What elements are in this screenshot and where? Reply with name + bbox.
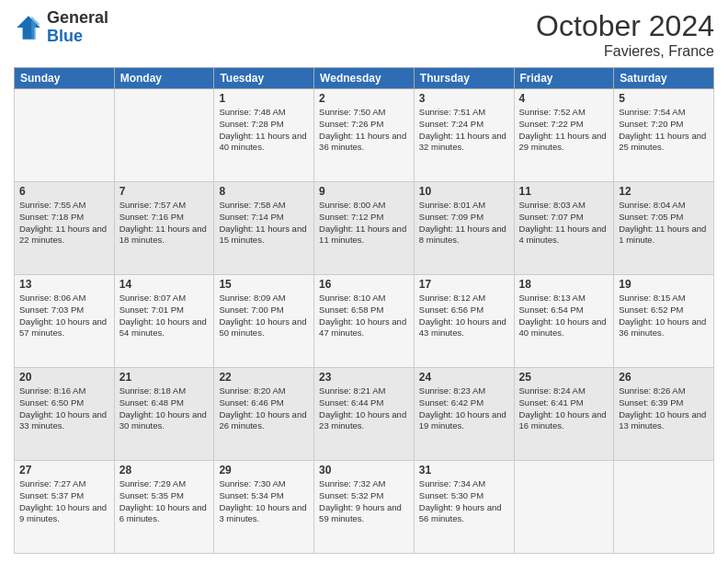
calendar-cell xyxy=(514,461,614,554)
calendar-cell: 4Sunrise: 7:52 AM Sunset: 7:22 PM Daylig… xyxy=(514,89,614,182)
week-row: 6Sunrise: 7:55 AM Sunset: 7:18 PM Daylig… xyxy=(15,182,714,275)
day-number: 19 xyxy=(619,278,709,291)
calendar-cell xyxy=(15,89,115,182)
day-info: Sunrise: 8:21 AM Sunset: 6:44 PM Dayligh… xyxy=(319,385,409,432)
logo: General Blue xyxy=(14,9,108,46)
calendar-cell: 30Sunrise: 7:32 AM Sunset: 5:32 PM Dayli… xyxy=(314,461,415,554)
calendar-cell: 9Sunrise: 8:00 AM Sunset: 7:12 PM Daylig… xyxy=(314,182,415,275)
week-row: 20Sunrise: 8:16 AM Sunset: 6:50 PM Dayli… xyxy=(15,368,714,461)
day-info: Sunrise: 7:50 AM Sunset: 7:26 PM Dayligh… xyxy=(319,107,409,154)
logo-text: General Blue xyxy=(47,9,108,46)
day-number: 10 xyxy=(419,185,509,198)
day-info: Sunrise: 7:52 AM Sunset: 7:22 PM Dayligh… xyxy=(519,107,609,154)
day-info: Sunrise: 7:51 AM Sunset: 7:24 PM Dayligh… xyxy=(419,107,509,154)
calendar-cell: 23Sunrise: 8:21 AM Sunset: 6:44 PM Dayli… xyxy=(314,368,415,461)
week-row: 27Sunrise: 7:27 AM Sunset: 5:37 PM Dayli… xyxy=(15,461,714,554)
calendar-cell: 11Sunrise: 8:03 AM Sunset: 7:07 PM Dayli… xyxy=(514,182,614,275)
day-info: Sunrise: 8:13 AM Sunset: 6:54 PM Dayligh… xyxy=(519,293,609,339)
day-number: 7 xyxy=(119,185,210,198)
calendar-cell: 24Sunrise: 8:23 AM Sunset: 6:42 PM Dayli… xyxy=(414,368,514,461)
day-number: 24 xyxy=(419,371,509,384)
week-row: 13Sunrise: 8:06 AM Sunset: 7:03 PM Dayli… xyxy=(15,275,714,368)
month-title: October 2024 xyxy=(536,9,714,43)
day-number: 15 xyxy=(219,278,309,291)
location-title: Favieres, France xyxy=(536,43,714,60)
calendar-cell: 28Sunrise: 7:29 AM Sunset: 5:35 PM Dayli… xyxy=(114,461,214,554)
day-info: Sunrise: 8:18 AM Sunset: 6:48 PM Dayligh… xyxy=(119,385,210,432)
calendar-cell: 19Sunrise: 8:15 AM Sunset: 6:52 PM Dayli… xyxy=(614,275,714,368)
day-number: 1 xyxy=(219,92,309,105)
day-info: Sunrise: 7:27 AM Sunset: 5:37 PM Dayligh… xyxy=(19,478,109,525)
day-info: Sunrise: 7:30 AM Sunset: 5:34 PM Dayligh… xyxy=(219,478,309,525)
col-friday: Friday xyxy=(514,68,614,89)
calendar-cell: 8Sunrise: 7:58 AM Sunset: 7:14 PM Daylig… xyxy=(214,182,314,275)
day-info: Sunrise: 8:04 AM Sunset: 7:05 PM Dayligh… xyxy=(619,200,709,247)
calendar-cell: 17Sunrise: 8:12 AM Sunset: 6:56 PM Dayli… xyxy=(414,275,514,368)
week-row: 1Sunrise: 7:48 AM Sunset: 7:28 PM Daylig… xyxy=(15,89,714,182)
calendar-cell: 3Sunrise: 7:51 AM Sunset: 7:24 PM Daylig… xyxy=(414,89,514,182)
header: General Blue October 2024 Favieres, Fran… xyxy=(14,9,714,60)
calendar-cell: 20Sunrise: 8:16 AM Sunset: 6:50 PM Dayli… xyxy=(15,368,115,461)
day-info: Sunrise: 8:01 AM Sunset: 7:09 PM Dayligh… xyxy=(419,200,509,247)
day-info: Sunrise: 8:09 AM Sunset: 7:00 PM Dayligh… xyxy=(219,293,309,339)
day-number: 4 xyxy=(519,92,609,105)
calendar-cell: 2Sunrise: 7:50 AM Sunset: 7:26 PM Daylig… xyxy=(314,89,415,182)
day-info: Sunrise: 7:57 AM Sunset: 7:16 PM Dayligh… xyxy=(119,200,210,247)
calendar-cell xyxy=(114,89,214,182)
calendar-cell: 10Sunrise: 8:01 AM Sunset: 7:09 PM Dayli… xyxy=(414,182,514,275)
calendar-cell: 21Sunrise: 8:18 AM Sunset: 6:48 PM Dayli… xyxy=(114,368,214,461)
logo-line1: General xyxy=(47,9,108,28)
calendar-cell: 26Sunrise: 8:26 AM Sunset: 6:39 PM Dayli… xyxy=(614,368,714,461)
day-number: 8 xyxy=(219,185,309,198)
day-number: 2 xyxy=(319,92,409,105)
header-row: Sunday Monday Tuesday Wednesday Thursday… xyxy=(15,68,714,89)
day-number: 27 xyxy=(19,464,109,477)
day-number: 20 xyxy=(19,371,109,384)
day-number: 17 xyxy=(419,278,509,291)
day-number: 22 xyxy=(219,371,309,384)
day-info: Sunrise: 8:15 AM Sunset: 6:52 PM Dayligh… xyxy=(619,293,709,339)
day-number: 18 xyxy=(519,278,609,291)
day-info: Sunrise: 8:00 AM Sunset: 7:12 PM Dayligh… xyxy=(319,200,409,247)
day-info: Sunrise: 7:32 AM Sunset: 5:32 PM Dayligh… xyxy=(319,478,409,525)
day-number: 29 xyxy=(219,464,309,477)
day-number: 9 xyxy=(319,185,409,198)
logo-line2: Blue xyxy=(47,28,108,46)
calendar-cell: 29Sunrise: 7:30 AM Sunset: 5:34 PM Dayli… xyxy=(214,461,314,554)
day-info: Sunrise: 8:06 AM Sunset: 7:03 PM Dayligh… xyxy=(19,293,109,339)
day-info: Sunrise: 7:54 AM Sunset: 7:20 PM Dayligh… xyxy=(619,107,709,154)
calendar-cell: 15Sunrise: 8:09 AM Sunset: 7:00 PM Dayli… xyxy=(214,275,314,368)
day-info: Sunrise: 8:16 AM Sunset: 6:50 PM Dayligh… xyxy=(19,385,109,432)
day-info: Sunrise: 8:20 AM Sunset: 6:46 PM Dayligh… xyxy=(219,385,309,432)
svg-marker-0 xyxy=(17,16,40,40)
calendar-cell: 25Sunrise: 8:24 AM Sunset: 6:41 PM Dayli… xyxy=(514,368,614,461)
calendar-cell: 18Sunrise: 8:13 AM Sunset: 6:54 PM Dayli… xyxy=(514,275,614,368)
day-info: Sunrise: 7:58 AM Sunset: 7:14 PM Dayligh… xyxy=(219,200,309,247)
day-number: 12 xyxy=(619,185,709,198)
day-number: 30 xyxy=(319,464,409,477)
calendar-cell: 31Sunrise: 7:34 AM Sunset: 5:30 PM Dayli… xyxy=(414,461,514,554)
day-number: 3 xyxy=(419,92,509,105)
day-number: 16 xyxy=(319,278,409,291)
calendar-table: Sunday Monday Tuesday Wednesday Thursday… xyxy=(14,67,714,554)
col-tuesday: Tuesday xyxy=(214,68,314,89)
calendar-cell: 27Sunrise: 7:27 AM Sunset: 5:37 PM Dayli… xyxy=(15,461,115,554)
day-info: Sunrise: 8:07 AM Sunset: 7:01 PM Dayligh… xyxy=(119,293,210,339)
day-number: 13 xyxy=(19,278,109,291)
day-info: Sunrise: 7:55 AM Sunset: 7:18 PM Dayligh… xyxy=(19,200,109,247)
day-info: Sunrise: 7:29 AM Sunset: 5:35 PM Dayligh… xyxy=(119,478,210,525)
day-info: Sunrise: 8:26 AM Sunset: 6:39 PM Dayligh… xyxy=(619,385,709,432)
calendar-cell: 12Sunrise: 8:04 AM Sunset: 7:05 PM Dayli… xyxy=(614,182,714,275)
day-info: Sunrise: 7:34 AM Sunset: 5:30 PM Dayligh… xyxy=(419,478,509,525)
calendar-cell: 7Sunrise: 7:57 AM Sunset: 7:16 PM Daylig… xyxy=(114,182,214,275)
calendar-cell: 1Sunrise: 7:48 AM Sunset: 7:28 PM Daylig… xyxy=(214,89,314,182)
day-info: Sunrise: 8:03 AM Sunset: 7:07 PM Dayligh… xyxy=(519,200,609,247)
col-thursday: Thursday xyxy=(414,68,514,89)
col-wednesday: Wednesday xyxy=(314,68,415,89)
calendar-cell: 16Sunrise: 8:10 AM Sunset: 6:58 PM Dayli… xyxy=(314,275,415,368)
calendar-cell xyxy=(614,461,714,554)
col-saturday: Saturday xyxy=(614,68,714,89)
calendar-cell: 6Sunrise: 7:55 AM Sunset: 7:18 PM Daylig… xyxy=(15,182,115,275)
title-block: October 2024 Favieres, France xyxy=(536,9,714,60)
day-info: Sunrise: 8:24 AM Sunset: 6:41 PM Dayligh… xyxy=(519,385,609,432)
